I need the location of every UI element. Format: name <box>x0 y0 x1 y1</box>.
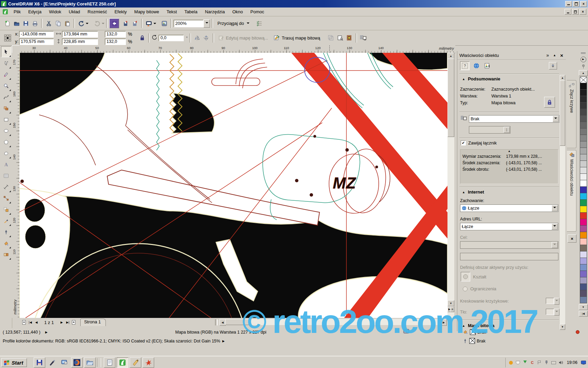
quicklaunch-firefox-icon[interactable] <box>71 357 83 368</box>
next-page-button[interactable]: ▶ <box>59 319 65 325</box>
menu-item-tabela[interactable]: Tabela <box>181 8 201 15</box>
save-button[interactable] <box>21 19 30 28</box>
basic-shapes-tool[interactable] <box>1 148 11 158</box>
background-color-picker[interactable] <box>546 309 559 316</box>
color-swatch-7a68c1[interactable] <box>580 271 587 277</box>
url-dropdown[interactable] <box>552 224 558 230</box>
color-swatch-1d1d1d[interactable] <box>580 90 587 96</box>
zoom-tool[interactable] <box>1 81 11 91</box>
quicklaunch-save-icon[interactable] <box>34 357 45 368</box>
color-swatch-a8a8a8[interactable] <box>580 148 587 154</box>
interactive-fill-tool[interactable] <box>1 249 11 260</box>
smart-fill-tool[interactable] <box>1 103 11 113</box>
vertical-scroll-thumb[interactable] <box>447 59 454 137</box>
cut-button[interactable] <box>44 19 53 28</box>
outline-pen-tool[interactable] <box>1 227 11 237</box>
undo-dropdown[interactable] <box>86 23 88 26</box>
docker-scroll-thumb[interactable] <box>560 80 565 146</box>
last-page-button[interactable]: ▶| <box>65 319 71 325</box>
target-combo[interactable] <box>460 241 558 249</box>
scroll-left-button[interactable]: ◀ <box>219 319 226 326</box>
menu-item-tekst[interactable]: Tekst <box>163 8 180 15</box>
color-swatch-575068[interactable] <box>580 290 587 297</box>
add-page-end-button[interactable] <box>71 319 77 325</box>
redo-dropdown[interactable] <box>102 23 104 26</box>
color-swatch-a29dc0[interactable] <box>580 277 587 284</box>
y-position-field[interactable]: 170,575 mm <box>19 39 54 45</box>
checkbox-checked[interactable]: ✔ <box>461 140 466 145</box>
table-tool[interactable] <box>1 171 11 181</box>
ruler-origin-button[interactable] <box>12 45 20 53</box>
wrap-text-button[interactable] <box>359 33 368 43</box>
menu-item-okno[interactable]: Okno <box>229 8 246 15</box>
target-dropdown[interactable] <box>552 242 558 248</box>
object-height-field[interactable]: 228,85 mm <box>62 39 98 45</box>
options-button[interactable] <box>255 19 264 28</box>
lock-ratio-button[interactable] <box>137 33 147 43</box>
minimize-button[interactable] <box>565 1 572 7</box>
color-swatch-111111[interactable] <box>580 83 587 90</box>
wrap-connector-checkbox[interactable]: ✔ Zawijaj łącznik <box>461 140 497 145</box>
snap-to-dropdown[interactable]: Przyciągaj do <box>215 19 252 27</box>
docker-collapse-button[interactable]: ▲ <box>553 53 556 57</box>
pick-tool[interactable] <box>1 46 11 57</box>
docker-pin-button[interactable] <box>549 62 557 70</box>
copy-button[interactable] <box>53 19 63 28</box>
quicklaunch-brush-icon[interactable] <box>47 358 58 367</box>
start-button[interactable]: Start <box>1 358 27 367</box>
freehand-tool[interactable] <box>1 92 11 102</box>
text-tool[interactable]: A <box>1 159 11 170</box>
color-swatch-7a91c8[interactable] <box>580 264 587 271</box>
zoom-level-dropdown[interactable] <box>203 19 210 28</box>
tray-icon-3[interactable] <box>523 360 528 365</box>
application-launcher-dropdown[interactable] <box>153 23 156 26</box>
color-swatch-1bb7e6[interactable] <box>580 193 587 200</box>
tray-icon-6[interactable] <box>544 360 549 365</box>
task-notepad-button[interactable] <box>104 357 115 368</box>
internet-section-header[interactable]: ▲Internet <box>462 189 484 195</box>
crosshatch-color-picker[interactable] <box>546 298 559 305</box>
scale-x-field[interactable]: 132,0 <box>105 31 126 37</box>
color-swatch-ffffff[interactable] <box>580 180 587 187</box>
rectangle-tool[interactable] <box>1 114 11 125</box>
color-swatch-7a6d62[interactable] <box>580 245 587 251</box>
docker-chevron-button[interactable]: » <box>546 52 549 58</box>
palette-scroll-down[interactable]: ▼ <box>579 304 588 310</box>
bitmap-tab[interactable] <box>483 62 491 70</box>
color-swatch-cccccc[interactable] <box>580 161 587 167</box>
add-page-start-button[interactable] <box>21 319 27 325</box>
page-tab-strona-1[interactable]: Strona 1 <box>80 319 106 326</box>
object-position-grid[interactable] <box>3 33 12 43</box>
mdi-close-button[interactable]: × <box>579 9 586 15</box>
color-swatch-none[interactable] <box>580 77 587 83</box>
internet-tab[interactable] <box>472 62 480 70</box>
tray-icon-8[interactable] <box>558 360 564 365</box>
polygon-tool[interactable] <box>1 137 11 147</box>
hotspot-shape-option[interactable]: Kształt <box>461 272 486 281</box>
export-save-button[interactable] <box>121 19 130 28</box>
shape-radio[interactable] <box>463 274 468 279</box>
previous-page-button[interactable]: ◀ <box>33 319 39 325</box>
blend-tool[interactable] <box>1 204 11 215</box>
title-bar[interactable]: CorelDRAW X6 - [E:\mz\Projekty Corel\ETZ… <box>0 0 588 7</box>
shape-tool[interactable] <box>1 58 11 68</box>
scroll-up-button[interactable]: ▲ <box>447 53 454 59</box>
docker-title-bar[interactable]: Właściwości obiektu » ▲ × <box>457 51 566 60</box>
open-button[interactable] <box>12 19 21 28</box>
scale-y-field[interactable]: 132,0 <box>105 39 126 45</box>
paste-button[interactable] <box>63 19 72 28</box>
mdi-restore-button[interactable] <box>572 9 579 15</box>
quicklaunch-show-desktop-icon[interactable] <box>59 358 70 367</box>
palette-scroll-up[interactable]: ▲ <box>579 70 588 76</box>
palette-expand-button[interactable]: |◀ <box>579 311 588 317</box>
task-gold-tool-button[interactable] <box>130 357 141 368</box>
canvas-vertical-scrollbar[interactable]: ▲ ▼ ▶ ⊕ <box>447 53 454 318</box>
edit-bitmap-button[interactable]: Edytuj mapę bitową... <box>216 34 271 42</box>
redo-button[interactable] <box>93 19 102 28</box>
menu-item-widok[interactable]: Widok <box>46 8 65 15</box>
tray-icon-5[interactable] <box>537 360 542 365</box>
menu-item-uk-ad[interactable]: Układ <box>65 8 83 15</box>
lock-object-button[interactable] <box>544 97 555 108</box>
palette-pin-button[interactable] <box>578 63 588 70</box>
first-page-button[interactable]: |◀ <box>27 319 33 325</box>
